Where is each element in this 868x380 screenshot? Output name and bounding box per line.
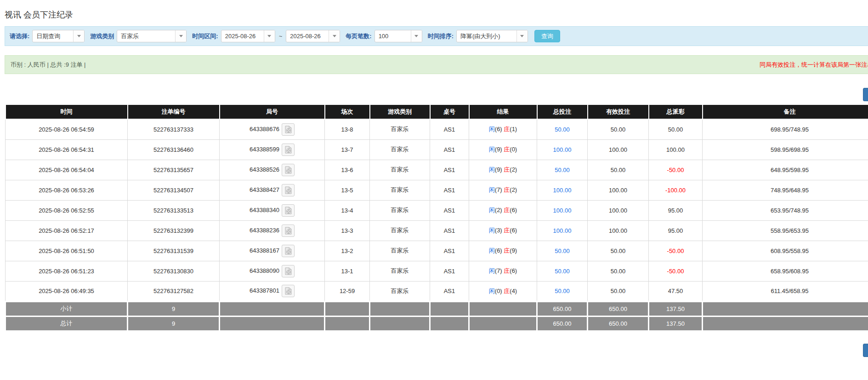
header-remark: 备注 bbox=[703, 104, 868, 119]
video-file-icon bbox=[285, 207, 292, 214]
cell-total-bet: 50.00 bbox=[537, 281, 588, 301]
cell-bet-no: 522763127582 bbox=[128, 281, 220, 301]
chevron-down-icon[interactable] bbox=[264, 30, 275, 42]
result-banker: 庄 bbox=[504, 267, 510, 274]
cell-valid-bet: 100.00 bbox=[588, 220, 649, 241]
cell-result: 闲(6) 庄(9) bbox=[469, 241, 537, 261]
cell-result: 闲(9) 庄(2) bbox=[469, 160, 537, 180]
cell-valid-bet: 50.00 bbox=[588, 160, 649, 180]
table-row: 2025-08-26 06:51:23 522763130830 6433880… bbox=[6, 261, 868, 281]
cell-table-no: AS1 bbox=[430, 281, 469, 301]
chevron-down-icon[interactable] bbox=[175, 30, 186, 42]
total-bet-link[interactable]: 50.00 bbox=[555, 126, 570, 133]
cell-game-type: 百家乐 bbox=[370, 180, 430, 200]
cell-session: 13-6 bbox=[325, 160, 370, 180]
subtotal-label: 小计 bbox=[6, 301, 128, 316]
result-banker-count: (2) bbox=[510, 186, 517, 193]
cell-result: 闲(9) 庄(0) bbox=[469, 139, 537, 160]
cell-time: 2025-08-26 06:52:17 bbox=[6, 220, 128, 241]
page-size-select[interactable]: 100 bbox=[374, 30, 422, 42]
cell-round-no: 643388340 bbox=[220, 200, 325, 220]
chevron-down-icon[interactable] bbox=[73, 30, 84, 42]
total-bet-link[interactable]: 50.00 bbox=[555, 167, 570, 173]
video-replay-button[interactable] bbox=[282, 204, 295, 217]
total-total-bet: 650.00 bbox=[537, 316, 588, 331]
round-number: 643388526 bbox=[250, 166, 279, 173]
cell-remark: 608.95/558.95 bbox=[703, 241, 868, 261]
sort-order-select[interactable]: 降冪(由大到小) bbox=[456, 30, 528, 42]
cell-bet-no: 522763134507 bbox=[128, 180, 220, 200]
query-type-select[interactable]: 日期查询 bbox=[32, 30, 85, 42]
total-bet-link[interactable]: 100.00 bbox=[553, 187, 572, 194]
result-player: 闲 bbox=[489, 186, 495, 193]
search-button[interactable]: 查询 bbox=[534, 30, 560, 42]
header-payout: 总派彩 bbox=[649, 104, 703, 119]
total-bet-link[interactable]: 50.00 bbox=[555, 268, 570, 275]
cell-remark: 558.95/653.95 bbox=[703, 220, 868, 241]
video-replay-button[interactable] bbox=[282, 285, 295, 297]
cell-valid-bet: 50.00 bbox=[588, 241, 649, 261]
table-row: 2025-08-26 06:52:55 522763133513 6433883… bbox=[6, 200, 868, 220]
video-replay-button[interactable] bbox=[282, 184, 295, 196]
cell-round-no: 643388526 bbox=[220, 160, 325, 180]
total-bet-link[interactable]: 50.00 bbox=[555, 248, 570, 254]
total-bet-link[interactable]: 50.00 bbox=[555, 288, 570, 294]
result-player-count: (7) bbox=[495, 186, 502, 193]
filter-toolbar: 请选择: 日期查询 游戏类别 百家乐 时间区间: 2025-08-26 ~ 20… bbox=[5, 26, 868, 46]
header-session: 场次 bbox=[325, 104, 370, 119]
cell-payout: -50.00 bbox=[649, 160, 703, 180]
pagination-button-bottom[interactable] bbox=[863, 344, 868, 357]
cell-total-bet: 50.00 bbox=[537, 119, 588, 139]
video-file-icon bbox=[285, 227, 292, 235]
chevron-down-icon[interactable] bbox=[329, 30, 340, 42]
cell-time: 2025-08-26 06:54:59 bbox=[6, 119, 128, 139]
cell-game-type: 百家乐 bbox=[370, 139, 430, 160]
cell-game-type: 百家乐 bbox=[370, 261, 430, 281]
video-file-icon bbox=[285, 287, 292, 295]
video-replay-button[interactable] bbox=[282, 164, 295, 176]
round-number: 643388090 bbox=[250, 267, 279, 274]
video-replay-button[interactable] bbox=[282, 265, 295, 277]
cell-payout: -50.00 bbox=[649, 241, 703, 261]
cell-valid-bet: 100.00 bbox=[588, 180, 649, 200]
cell-total-bet: 100.00 bbox=[537, 139, 588, 160]
date-to-input[interactable]: 2025-08-26 bbox=[286, 30, 340, 42]
cell-session: 13-2 bbox=[325, 241, 370, 261]
pagination-button-top[interactable] bbox=[863, 88, 868, 101]
cell-remark: 598.95/698.95 bbox=[703, 139, 868, 160]
cell-total-bet: 100.00 bbox=[537, 200, 588, 220]
table-row: 2025-08-26 06:49:35 522763127582 6433878… bbox=[6, 281, 868, 301]
game-type-select[interactable]: 百家乐 bbox=[117, 30, 187, 42]
table-row: 2025-08-26 06:53:26 522763134507 6433884… bbox=[6, 180, 868, 200]
chevron-down-icon[interactable] bbox=[516, 30, 528, 42]
currency-summary-text: 币别 : 人民币 | 总共 :9 注单 | bbox=[11, 61, 86, 69]
cell-valid-bet: 50.00 bbox=[588, 281, 649, 301]
cell-payout: -50.00 bbox=[649, 261, 703, 281]
cell-session: 13-5 bbox=[325, 180, 370, 200]
video-file-icon bbox=[285, 267, 292, 275]
header-bet-no: 注单编号 bbox=[128, 104, 220, 119]
date-from-input[interactable]: 2025-08-26 bbox=[221, 30, 275, 42]
date-range-label: 时间区间: bbox=[192, 32, 218, 40]
result-banker-count: (0) bbox=[510, 146, 517, 153]
video-replay-button[interactable] bbox=[282, 144, 295, 156]
chevron-down-icon[interactable] bbox=[411, 30, 422, 42]
total-row: 总计 9 650.00 650.00 137.50 bbox=[6, 316, 868, 331]
cell-remark: 648.95/598.95 bbox=[703, 160, 868, 180]
total-bet-link[interactable]: 100.00 bbox=[553, 146, 572, 153]
result-banker: 庄 bbox=[504, 247, 510, 254]
video-replay-button[interactable] bbox=[282, 245, 295, 257]
cell-table-no: AS1 bbox=[430, 139, 469, 160]
info-bar: 币别 : 人民币 | 总共 :9 注单 | 同局有效投注，统一计算在该局第一张注… bbox=[5, 55, 868, 74]
total-bet-link[interactable]: 100.00 bbox=[553, 227, 572, 234]
cell-remark: 698.95/748.95 bbox=[703, 119, 868, 139]
cell-result: 闲(6) 庄(1) bbox=[469, 119, 537, 139]
cell-table-no: AS1 bbox=[430, 119, 469, 139]
cell-payout: 100.00 bbox=[649, 139, 703, 160]
video-replay-button[interactable] bbox=[282, 225, 295, 237]
select-type-label: 请选择: bbox=[10, 32, 29, 40]
total-bet-link[interactable]: 100.00 bbox=[553, 207, 572, 214]
round-number: 643387801 bbox=[250, 287, 279, 294]
notice-text: 同局有效投注，统一计算在该局第一张注单内 bbox=[760, 61, 868, 69]
video-replay-button[interactable] bbox=[282, 123, 295, 136]
